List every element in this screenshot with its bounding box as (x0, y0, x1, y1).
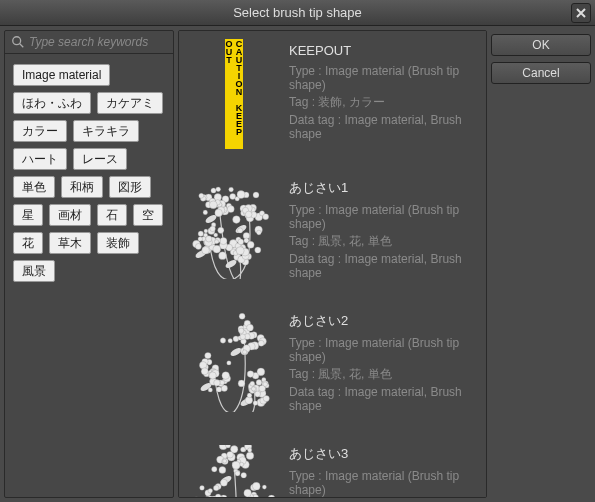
tag-4[interactable]: キラキラ (73, 120, 139, 142)
svg-point-29 (215, 209, 223, 217)
svg-point-41 (227, 205, 234, 212)
svg-line-1 (20, 44, 24, 48)
svg-point-233 (232, 461, 240, 469)
svg-point-144 (247, 324, 254, 331)
svg-point-220 (227, 451, 234, 458)
svg-point-188 (238, 380, 245, 387)
svg-point-238 (193, 496, 199, 498)
brush-datatag: Data tag : Image material, Brush shape (289, 385, 476, 413)
tag-0[interactable]: Image material (13, 64, 110, 86)
brush-name: KEEPOUT (289, 43, 476, 58)
search-bar (5, 31, 173, 54)
svg-point-168 (220, 380, 225, 385)
tag-14[interactable]: 花 (13, 232, 43, 254)
ok-button[interactable]: OK (491, 34, 591, 56)
svg-point-108 (210, 226, 216, 232)
svg-point-279 (262, 485, 266, 489)
svg-point-33 (199, 193, 204, 198)
svg-point-216 (246, 451, 254, 459)
flower-icon (189, 179, 279, 279)
svg-point-89 (236, 246, 244, 254)
svg-point-112 (198, 236, 203, 241)
svg-point-60 (257, 230, 262, 235)
tag-11[interactable]: 画材 (49, 204, 91, 226)
tag-16[interactable]: 装飾 (97, 232, 139, 254)
tag-12[interactable]: 石 (97, 204, 127, 226)
brush-item[interactable]: あじさい3Type : Image material (Brush tip sh… (179, 433, 486, 498)
brush-datatag: Data tag : Image material, Brush shape (289, 252, 476, 280)
dialog-title: Select brush tip shape (233, 5, 362, 20)
svg-point-198 (263, 381, 268, 386)
svg-point-142 (239, 328, 244, 333)
svg-point-230 (235, 470, 240, 475)
tag-7[interactable]: 単色 (13, 176, 55, 198)
brush-type: Type : Image material (Brush tip shape) (289, 64, 476, 92)
close-icon (576, 8, 586, 18)
svg-point-81 (255, 246, 261, 252)
tag-6[interactable]: レース (73, 148, 127, 170)
search-icon (11, 35, 25, 49)
tag-10[interactable]: 星 (13, 204, 43, 226)
svg-point-147 (240, 334, 246, 340)
svg-point-95 (213, 245, 221, 253)
tag-9[interactable]: 図形 (109, 176, 151, 198)
svg-point-146 (220, 337, 225, 342)
brush-name: あじさい1 (289, 179, 476, 197)
svg-point-132 (228, 338, 233, 343)
svg-point-203 (247, 370, 254, 377)
brush-name: あじさい2 (289, 312, 476, 330)
svg-point-116 (195, 243, 201, 249)
tag-2[interactable]: カケアミ (97, 92, 163, 114)
svg-point-20 (203, 210, 208, 215)
svg-point-272 (257, 497, 262, 498)
brush-item[interactable]: あじさい2Type : Image material (Brush tip sh… (179, 300, 486, 433)
svg-point-58 (263, 213, 269, 219)
brush-info: あじさい2Type : Image material (Brush tip sh… (289, 308, 476, 415)
svg-point-290 (244, 489, 252, 497)
tag-17[interactable]: 風景 (13, 260, 55, 282)
brush-info: あじさい1Type : Image material (Brush tip sh… (289, 175, 476, 282)
tag-13[interactable]: 空 (133, 204, 163, 226)
sidebar-panel: Image materialほわ・ふわカケアミカラーキラキラハートレース単色和柄… (4, 30, 174, 498)
tag-8[interactable]: 和柄 (61, 176, 103, 198)
brush-list[interactable]: CAUTION KEEP OUTKEEPOUTType : Image mate… (178, 30, 487, 498)
svg-point-98 (202, 246, 210, 254)
svg-point-174 (209, 371, 216, 378)
brush-thumb: CAUTION KEEP OUT (189, 39, 279, 149)
close-button[interactable] (571, 3, 591, 23)
svg-point-171 (222, 371, 230, 379)
svg-point-268 (268, 495, 275, 498)
cancel-button[interactable]: Cancel (491, 62, 591, 84)
svg-point-191 (256, 379, 262, 385)
tag-15[interactable]: 草木 (49, 232, 91, 254)
svg-point-25 (216, 186, 221, 191)
svg-point-260 (208, 497, 214, 498)
svg-point-145 (243, 349, 247, 353)
brush-item[interactable]: あじさい1Type : Image material (Brush tip sh… (179, 167, 486, 300)
svg-point-199 (251, 386, 255, 390)
brush-tag: Tag : 装飾, カラー (289, 94, 476, 111)
svg-point-97 (220, 237, 227, 244)
brush-type: Type : Image material (Brush tip shape) (289, 336, 476, 364)
tag-5[interactable]: ハート (13, 148, 67, 170)
svg-point-117 (214, 232, 218, 236)
svg-point-8 (211, 187, 216, 192)
svg-point-287 (253, 494, 258, 498)
svg-point-65 (219, 251, 227, 259)
svg-point-24 (229, 187, 234, 192)
svg-point-163 (205, 352, 211, 358)
svg-point-148 (258, 340, 264, 346)
svg-point-273 (252, 482, 260, 490)
svg-point-227 (220, 479, 227, 486)
tag-3[interactable]: カラー (13, 120, 67, 142)
brush-item[interactable]: CAUTION KEEP OUTKEEPOUTType : Image mate… (179, 31, 486, 167)
tag-1[interactable]: ほわ・ふわ (13, 92, 91, 114)
search-input[interactable] (29, 35, 179, 49)
brush-datatag: Data tag : Image material, Brush shape (289, 113, 476, 141)
brush-thumb (189, 441, 279, 498)
svg-point-225 (241, 472, 247, 478)
svg-point-291 (258, 497, 265, 498)
svg-point-176 (216, 386, 221, 391)
button-panel: OK Cancel (491, 30, 591, 498)
svg-point-254 (213, 485, 219, 491)
